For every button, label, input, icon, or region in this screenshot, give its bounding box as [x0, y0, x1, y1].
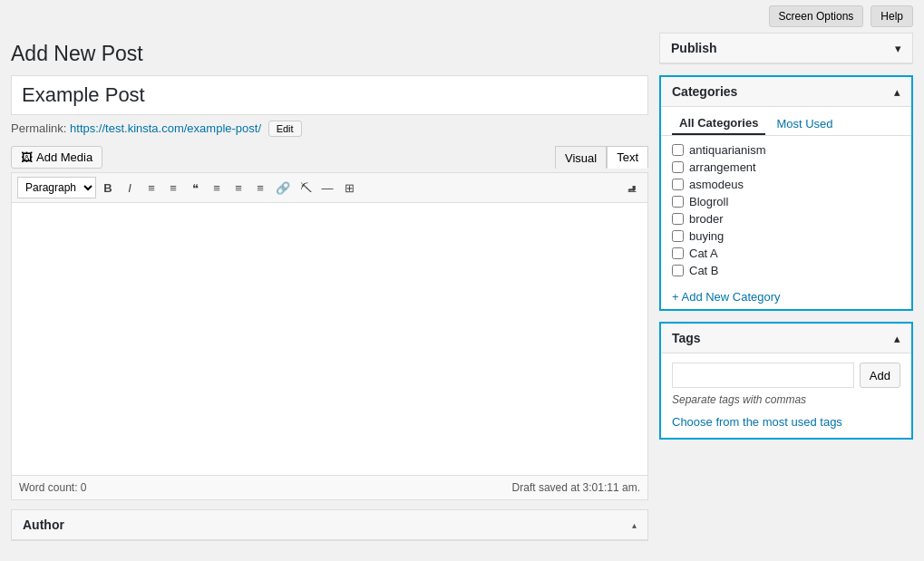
- author-section-title: Author: [23, 517, 64, 532]
- tags-input-row: Add: [661, 353, 911, 393]
- category-label: buying: [689, 229, 724, 243]
- post-title-input[interactable]: [11, 75, 648, 115]
- ol-button[interactable]: ≡: [163, 177, 183, 198]
- align-right-button[interactable]: ≡: [250, 177, 270, 198]
- category-label: broder: [689, 212, 724, 226]
- category-label: arrangement: [689, 160, 756, 174]
- permalink-label: Permalink:: [11, 121, 66, 135]
- category-checkbox-cat-a[interactable]: [672, 247, 684, 259]
- screen-options-button[interactable]: Screen Options: [769, 5, 864, 27]
- publish-title: Publish: [671, 41, 717, 55]
- all-categories-tab[interactable]: All Categories: [672, 112, 765, 135]
- choose-most-used-tags-link[interactable]: Choose from the most used tags: [661, 411, 911, 438]
- tags-hint: Separate tags with commas: [661, 393, 911, 411]
- category-checkbox-asmodeus[interactable]: [672, 179, 684, 190]
- editor-body[interactable]: [12, 203, 647, 475]
- format-select[interactable]: Paragraph Heading 1 Heading 2 Heading 3: [17, 177, 96, 198]
- visual-tab[interactable]: Visual: [555, 146, 607, 169]
- help-button[interactable]: Help: [871, 5, 913, 27]
- list-item: arrangement: [672, 159, 900, 176]
- list-item: buying: [672, 227, 900, 245]
- author-chevron-icon: ▴: [632, 520, 637, 530]
- category-label: Cat A: [689, 247, 718, 260]
- tags-input[interactable]: [672, 363, 854, 388]
- publish-header[interactable]: Publish ▾: [660, 34, 912, 63]
- tags-add-button[interactable]: Add: [860, 363, 900, 388]
- add-new-category-link[interactable]: + Add New Category: [661, 285, 911, 309]
- editor-format-bar: Paragraph Heading 1 Heading 2 Heading 3 …: [12, 173, 647, 203]
- most-used-tab[interactable]: Most Used: [769, 112, 840, 135]
- category-checkbox-blogroll[interactable]: [672, 196, 684, 208]
- categories-tabs: All Categories Most Used: [661, 107, 911, 136]
- category-checkbox-cat-b[interactable]: [672, 265, 684, 276]
- tags-title: Tags: [672, 331, 701, 345]
- tags-header[interactable]: Tags ▴: [661, 324, 911, 353]
- permalink-row: Permalink: https://test.kinsta.com/examp…: [11, 121, 648, 137]
- align-left-button[interactable]: ≡: [207, 177, 227, 198]
- author-section-header[interactable]: Author ▴: [12, 510, 647, 540]
- list-item: broder: [672, 210, 900, 227]
- publish-box: Publish ▾: [659, 33, 913, 64]
- word-count-label: Word count: 0: [19, 481, 86, 494]
- italic-button[interactable]: I: [120, 177, 140, 198]
- tags-box: Tags ▴ Add Separate tags with commas Cho…: [659, 322, 913, 440]
- align-center-button[interactable]: ≡: [229, 177, 248, 198]
- list-item: asmodeus: [672, 176, 900, 193]
- page-title: Add New Post: [11, 33, 648, 66]
- category-checkbox-broder[interactable]: [672, 213, 684, 225]
- list-item: antiquarianism: [672, 141, 900, 159]
- text-tab[interactable]: Text: [607, 146, 648, 169]
- permalink-link[interactable]: https://test.kinsta.com/example-post/: [70, 121, 261, 135]
- media-icon: 🖼: [21, 150, 33, 164]
- categories-header[interactable]: Categories ▴: [661, 77, 911, 107]
- link-button[interactable]: 🔗: [272, 177, 294, 198]
- list-item: Cat A: [672, 245, 900, 262]
- draft-saved-label: Draft saved at 3:01:11 am.: [512, 481, 640, 494]
- categories-box: Categories ▴ All Categories Most Used an…: [659, 75, 913, 311]
- categories-title: Categories: [672, 84, 737, 99]
- tags-chevron-icon: ▴: [894, 332, 900, 345]
- categories-list: antiquarianism arrangement asmodeus Blog…: [661, 136, 911, 285]
- table-button[interactable]: ⊞: [339, 177, 359, 198]
- ul-button[interactable]: ≡: [141, 177, 161, 198]
- categories-chevron-icon: ▴: [894, 85, 900, 99]
- category-label: antiquarianism: [689, 143, 766, 157]
- list-item: Blogroll: [672, 193, 900, 210]
- add-media-label: Add Media: [36, 150, 92, 164]
- category-label: Blogroll: [689, 195, 728, 208]
- add-media-button[interactable]: 🖼 Add Media: [11, 146, 102, 169]
- category-checkbox-arrangement[interactable]: [672, 161, 684, 173]
- bold-button[interactable]: B: [98, 177, 118, 198]
- author-section: Author ▴: [11, 509, 648, 541]
- list-item: Cat B: [672, 262, 900, 279]
- permalink-edit-button[interactable]: Edit: [268, 121, 302, 137]
- editor-container: Paragraph Heading 1 Heading 2 Heading 3 …: [11, 172, 648, 500]
- blockquote-button[interactable]: ❝: [185, 177, 205, 198]
- fullscreen-button[interactable]: ⛸: [622, 177, 642, 198]
- category-checkbox-buying[interactable]: [672, 230, 684, 242]
- publish-chevron-icon: ▾: [895, 42, 901, 55]
- category-checkbox-antiquarianism[interactable]: [672, 144, 684, 156]
- hr-button[interactable]: —: [317, 177, 337, 198]
- category-label: Cat B: [689, 264, 719, 277]
- unlink-button[interactable]: ⛏: [296, 177, 316, 198]
- category-label: asmodeus: [689, 178, 744, 191]
